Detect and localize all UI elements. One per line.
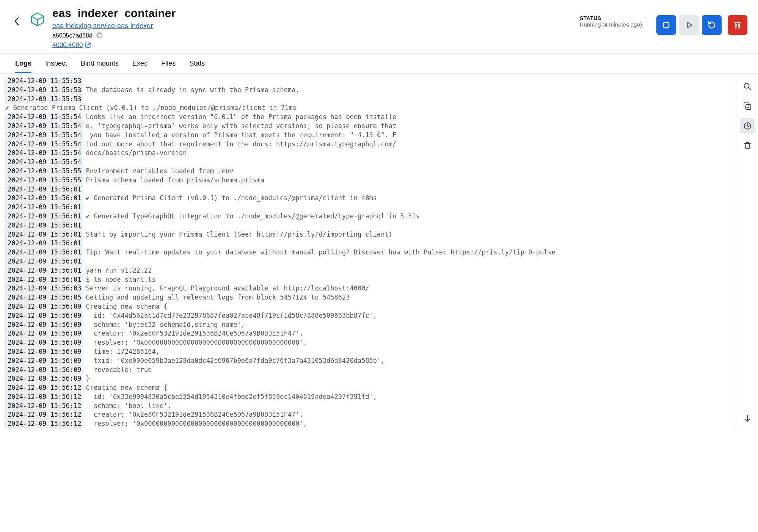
log-line: 2024-12-09 15:56:12 schema: 'bool like', xyxy=(5,402,736,411)
log-message: ind out more about that requirement in t… xyxy=(86,140,396,149)
copy-icon xyxy=(743,102,752,110)
toggle-timestamps-button[interactable] xyxy=(740,118,755,133)
status-label: STATUS xyxy=(580,15,642,21)
log-timestamp: 2024-12-09 15:55:54 xyxy=(5,140,83,149)
log-message: id: '0x33e9094830a5cba5554d1954310e4fbed… xyxy=(86,392,377,402)
copy-logs-button[interactable] xyxy=(740,99,755,114)
log-timestamp: 2024-12-09 15:56:09 xyxy=(5,320,83,330)
log-line: 2024-12-09 15:56:12 id: '0x33e9094830a5c… xyxy=(5,392,736,402)
tab-stats[interactable]: Stats xyxy=(189,54,205,73)
container-icon xyxy=(30,11,46,27)
clear-logs-button[interactable] xyxy=(740,138,755,153)
log-message: } xyxy=(86,374,89,383)
log-timestamp: 2024-12-09 15:55:54 xyxy=(5,149,83,158)
log-timestamp: 2024-12-09 15:56:09 xyxy=(5,311,83,320)
logs-area[interactable]: 2024-12-09 15:55:532024-12-09 15:55:53Th… xyxy=(0,74,736,433)
log-timestamp: 2024-12-09 15:55:54 xyxy=(5,113,83,122)
log-timestamp: 2024-12-09 15:55:55 xyxy=(5,176,83,185)
log-line: 2024-12-09 15:56:01✔ Generated TypeGraph… xyxy=(5,212,736,221)
log-timestamp: 2024-12-09 15:56:09 xyxy=(5,366,83,375)
log-timestamp: 2024-12-09 15:56:01 xyxy=(5,185,83,194)
log-timestamp: 2024-12-09 15:56:12 xyxy=(5,419,83,428)
log-line: 2024-12-09 15:55:55Prisma schema loaded … xyxy=(5,176,736,185)
status-block: STATUS Running (4 minutes ago) xyxy=(580,15,642,28)
log-line: 2024-12-09 15:55:53 xyxy=(5,95,736,104)
tab-inspect[interactable]: Inspect xyxy=(45,54,67,73)
log-message: Getting and updating all relevant logs f… xyxy=(86,293,350,302)
log-message: Environment variables loaded from .env xyxy=(86,167,233,176)
log-message: docs/basics/prisma-version xyxy=(86,149,187,158)
log-line: 2024-12-09 15:56:09 txid: '0xe000e059b3a… xyxy=(5,356,736,366)
log-line: 2024-12-09 15:56:09} xyxy=(5,374,736,383)
service-link[interactable]: eas-indexing-service-eas-indexer xyxy=(52,22,153,30)
log-line: 2024-12-09 15:56:01 xyxy=(5,257,736,266)
search-icon xyxy=(743,82,752,91)
log-timestamp: 2024-12-09 15:56:01 xyxy=(5,221,83,230)
log-line: 2024-12-09 15:55:54ind out more about th… xyxy=(5,140,736,149)
log-message: time: 1724265164, xyxy=(86,347,159,356)
log-message: Start by importing your Prisma Client (S… xyxy=(86,230,392,239)
log-message: schema: 'bool like', xyxy=(86,402,171,411)
play-icon xyxy=(684,20,694,30)
tab-files[interactable]: Files xyxy=(161,54,176,73)
log-timestamp: 2024-12-09 15:55:54 xyxy=(5,158,83,167)
log-message: ✔ Generated Prisma Client (v6.0.1) to ./… xyxy=(86,194,377,203)
log-timestamp: 2024-12-09 15:56:01 xyxy=(5,230,83,239)
svg-rect-0 xyxy=(98,34,102,38)
restart-button[interactable] xyxy=(702,15,722,35)
log-message: yarn run v1.22.22 xyxy=(86,266,152,275)
log-line: 2024-12-09 15:56:09 schema: 'bytes32 sch… xyxy=(5,320,736,330)
log-line: 2024-12-09 15:55:54Looks like an incorre… xyxy=(5,113,736,122)
tab-logs[interactable]: Logs xyxy=(15,54,31,73)
log-message: txid: '0xe000e059b3ae128da0dc42c6967b9e6… xyxy=(86,356,384,366)
log-message: resolver: '0x000000000000000000000000000… xyxy=(86,338,307,347)
log-timestamp: 2024-12-09 15:56:12 xyxy=(5,410,83,419)
log-line: 2024-12-09 15:55:54 xyxy=(5,158,736,167)
log-timestamp: 2024-12-09 15:56:09 xyxy=(5,356,83,366)
log-message: $ ts-node start.ts xyxy=(86,275,155,284)
search-logs-button[interactable] xyxy=(740,79,755,94)
log-timestamp: 2024-12-09 15:56:01 xyxy=(5,212,83,221)
log-timestamp: 2024-12-09 15:56:09 xyxy=(5,347,83,356)
log-line: 2024-12-09 15:56:09Creating new schema { xyxy=(5,302,736,311)
log-line: 2024-12-09 15:55:54 you have installed a… xyxy=(5,131,736,140)
log-message: ✔ Generated TypeGraphQL integration to .… xyxy=(86,212,419,221)
log-message: revocable: true xyxy=(86,366,152,375)
log-timestamp: 2024-12-09 15:56:12 xyxy=(5,392,83,402)
log-line: 2024-12-09 15:56:03Server is running, Gr… xyxy=(5,284,736,293)
log-timestamp: 2024-12-09 15:56:01 xyxy=(5,257,83,266)
status-text: Running (4 minutes ago) xyxy=(580,21,642,28)
back-button[interactable] xyxy=(11,15,23,27)
log-line: 2024-12-09 15:56:01 xyxy=(5,185,736,194)
svg-rect-1 xyxy=(97,33,101,37)
log-line: 2024-12-09 15:56:12Creating new schema { xyxy=(5,383,736,392)
log-line: 2024-12-09 15:55:55Environment variables… xyxy=(5,167,736,176)
log-message: The database is already in sync with the… xyxy=(86,86,299,95)
log-message: creator: '0x2e80F532191de291536B24Ce5D67… xyxy=(86,410,303,419)
log-timestamp: 2024-12-09 15:56:12 xyxy=(5,383,83,392)
scroll-to-bottom-button[interactable] xyxy=(740,411,755,426)
arrow-down-icon xyxy=(743,414,752,423)
log-timestamp: 2024-12-09 15:55:53 xyxy=(5,95,83,104)
log-line: 2024-12-09 15:56:01 xyxy=(5,221,736,230)
start-button[interactable] xyxy=(679,15,699,35)
port-link[interactable]: 4000:4000 xyxy=(52,41,91,49)
svg-rect-2 xyxy=(664,22,669,28)
log-timestamp: 2024-12-09 15:56:01 xyxy=(5,203,83,212)
log-timestamp: 2024-12-09 15:56:09 xyxy=(5,374,83,383)
log-timestamp: 2024-12-09 15:55:53 xyxy=(5,77,83,86)
log-timestamp: 2024-12-09 15:56:12 xyxy=(5,402,83,411)
copy-id-button[interactable] xyxy=(96,32,103,39)
log-message: resolver: '0x000000000000000000000000000… xyxy=(86,419,307,428)
log-timestamp: 2024-12-09 15:55:53 xyxy=(5,86,83,95)
log-timestamp: 2024-12-09 15:56:09 xyxy=(5,338,83,347)
log-timestamp: 2024-12-09 15:56:01 xyxy=(5,266,83,275)
stop-button[interactable] xyxy=(656,15,676,35)
log-line: 2024-12-09 15:56:09 time: 1724265164, xyxy=(5,347,736,356)
tab-bind-mounts[interactable]: Bind mounts xyxy=(81,54,119,73)
tab-exec[interactable]: Exec xyxy=(132,54,148,73)
delete-button[interactable] xyxy=(728,15,747,35)
log-line: 2024-12-09 15:55:54docs/basics/prisma-ve… xyxy=(5,149,736,158)
chevron-left-icon xyxy=(14,17,19,25)
log-line: 2024-12-09 15:56:01yarn run v1.22.22 xyxy=(5,266,736,275)
